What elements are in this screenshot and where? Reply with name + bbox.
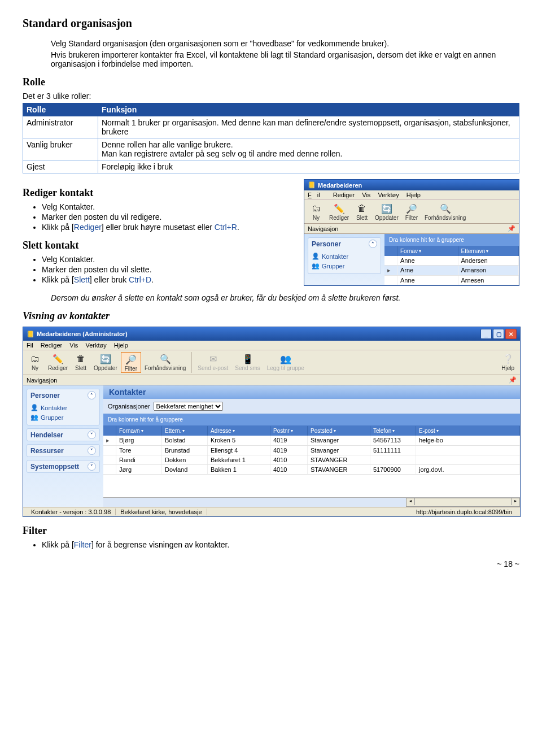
col-fornavn[interactable]: Fornavn bbox=[116, 426, 162, 436]
group-drop-area[interactable]: Dra kolonne hit for å gruppere bbox=[384, 234, 519, 246]
role-cell-rolle: Vanlig bruker bbox=[23, 138, 98, 160]
role-table-th-rolle: Rolle bbox=[23, 103, 98, 116]
menu-fil[interactable]: Fil bbox=[27, 342, 33, 349]
tool-filter[interactable]: Filter bbox=[402, 202, 421, 221]
funnel-icon bbox=[405, 202, 418, 215]
slett-note: Dersom du ønsker å slette en kontakt som… bbox=[51, 293, 519, 302]
role-table: Rolle Funksjon Administrator Normalt 1 b… bbox=[23, 103, 519, 173]
tool-forhandsvisning[interactable]: Forhåndsvisning bbox=[421, 202, 469, 221]
grid-row[interactable]: ▸BjørgBolstadKroken 54019Stavanger545671… bbox=[103, 436, 520, 446]
col-fornavn[interactable]: Fornav bbox=[397, 246, 458, 256]
sidebar-item-kontakter[interactable]: 👤Kontakter bbox=[311, 251, 378, 261]
chevron-down-icon: ˅ bbox=[88, 446, 96, 455]
titlebar[interactable]: 📒 Medarbeideren (Administrator) _ ▢ ✕ bbox=[23, 327, 520, 341]
grid-row[interactable]: ▸ArneArnarson bbox=[384, 266, 519, 276]
titlebar[interactable]: 📒 Medarbeideren bbox=[304, 180, 519, 190]
col-epost[interactable]: E-post bbox=[416, 426, 520, 436]
preview-icon bbox=[439, 202, 452, 215]
col-poststed[interactable]: Poststed bbox=[308, 426, 370, 436]
grid-row[interactable]: AnneAndersen bbox=[384, 256, 519, 266]
tool-ny[interactable]: Ny bbox=[25, 352, 45, 373]
tool-rediger[interactable]: Rediger bbox=[45, 352, 71, 373]
tool-legg-til-gruppe[interactable]: Legg til gruppe bbox=[264, 352, 308, 373]
role-table-row: Gjest Foreløpig ikke i bruk bbox=[23, 160, 519, 173]
status-org: Bekkefaret kirke, hovedetasje bbox=[116, 509, 207, 515]
pin-icon[interactable]: 📌 bbox=[509, 376, 517, 384]
menu-hjelp[interactable]: Hjelp bbox=[406, 192, 421, 198]
grid-row[interactable]: JørgDovlandBakken 14010STAVANGER51700900… bbox=[103, 465, 520, 475]
tool-send-epost[interactable]: Send e-post bbox=[194, 352, 231, 373]
app-icon: 📒 bbox=[308, 181, 316, 189]
grid-row[interactable]: ToreBrunstadEllensgt 44019Stavanger51111… bbox=[103, 446, 520, 455]
sidegroup-header[interactable]: Hendelser˅ bbox=[27, 429, 99, 441]
col-etternavn[interactable]: Ettern. bbox=[162, 426, 208, 436]
app-title: Medarbeideren (Administrator) bbox=[37, 331, 128, 337]
grid-row[interactable]: RandiDokkenBekkefaret 14010STAVANGER bbox=[103, 455, 520, 465]
tool-rediger[interactable]: Rediger bbox=[326, 202, 352, 221]
tool-hjelp[interactable]: Hjelp bbox=[498, 352, 518, 373]
tool-ny[interactable]: Ny bbox=[307, 202, 326, 221]
role-table-row: Vanlig bruker Denne rollen har alle vanl… bbox=[23, 138, 519, 160]
menu-hjelp[interactable]: Hjelp bbox=[114, 342, 128, 349]
minimize-button[interactable]: _ bbox=[480, 329, 492, 339]
menu-rediger[interactable]: Rediger bbox=[41, 342, 63, 349]
tool-oppdater[interactable]: Oppdater bbox=[90, 352, 121, 373]
mail-icon bbox=[207, 353, 219, 365]
sidegroup-personer: Personer˄ 👤Kontakter 👥Grupper bbox=[27, 389, 100, 425]
page-footer: ~ 18 ~ bbox=[23, 559, 519, 568]
rediger-step-2: Marker den posten du vil redigere. bbox=[42, 212, 295, 221]
status-version: Kontakter - versjon : 3.0.0.98 bbox=[27, 509, 116, 515]
menu-vis[interactable]: Vis bbox=[69, 342, 78, 349]
group-drop-area[interactable]: Dra kolonne hit for å gruppere bbox=[103, 414, 520, 426]
col-adresse[interactable]: Adresse bbox=[208, 426, 270, 436]
col-postnr[interactable]: Postnr bbox=[270, 426, 308, 436]
card-icon bbox=[29, 353, 41, 365]
menu-fil[interactable]: Fil bbox=[308, 192, 326, 198]
menu-verktoy[interactable]: Verktøy bbox=[85, 342, 106, 349]
heading-rediger-kontakt: Rediger kontakt bbox=[23, 187, 295, 199]
screenshot-small-app: 📒 Medarbeideren Fil Rediger Vis Verktøy … bbox=[304, 179, 519, 286]
tool-slett[interactable]: Slett bbox=[71, 352, 90, 373]
tool-slett[interactable]: Slett bbox=[352, 202, 371, 221]
app-title: Medarbeideren bbox=[318, 182, 362, 189]
sidegroup-header[interactable]: Personer˄ bbox=[27, 389, 99, 401]
chevron-down-icon: ˅ bbox=[88, 431, 96, 439]
sidebar-item-grupper[interactable]: 👥Grupper bbox=[311, 261, 378, 271]
main-grid-area: Kontakter Organisasjoner Bekkefaret meni… bbox=[103, 385, 520, 507]
role-cell-rolle: Gjest bbox=[23, 160, 98, 173]
menu-verktoy[interactable]: Verktøy bbox=[378, 192, 399, 198]
heading-filter: Filter bbox=[23, 525, 519, 537]
statusbar: Kontakter - versjon : 3.0.0.98 Bekkefare… bbox=[23, 507, 520, 516]
refresh-icon bbox=[381, 202, 393, 215]
contacts-icon: 👤 bbox=[312, 253, 320, 260]
sidegroup-header[interactable]: Ressurser˅ bbox=[27, 445, 99, 457]
sidebar-item-kontakter[interactable]: 👤Kontakter bbox=[29, 403, 97, 412]
org-select[interactable]: Bekkefaret menighet bbox=[154, 402, 223, 411]
tool-send-sms[interactable]: Send sms bbox=[231, 352, 263, 373]
pencil-icon bbox=[333, 202, 346, 215]
sidegroup-header[interactable]: Personer˄ bbox=[308, 238, 381, 250]
tool-forhandsvisning[interactable]: Forhåndsvisning bbox=[141, 352, 189, 373]
pin-icon[interactable]: 📌 bbox=[508, 225, 515, 232]
tool-oppdater[interactable]: Oppdater bbox=[371, 202, 402, 221]
heading-visning-kontakter: Visning av kontakter bbox=[23, 310, 519, 322]
col-etternavn[interactable]: Etternavn bbox=[458, 246, 519, 256]
grid-row[interactable]: AnneArnesen bbox=[384, 276, 519, 285]
sidebar-item-grupper[interactable]: 👥Grupper bbox=[29, 412, 97, 422]
heading-slett-kontakt: Slett kontakt bbox=[23, 240, 295, 251]
nav-panel-label: Navigasjon📌 bbox=[23, 375, 520, 385]
menu-rediger[interactable]: Rediger bbox=[333, 192, 355, 198]
tab-kontakter: Kontakter bbox=[103, 385, 520, 399]
sidegroup-header[interactable]: Systemoppsett˅ bbox=[27, 460, 99, 472]
maximize-button[interactable]: ▢ bbox=[493, 329, 504, 339]
close-button[interactable]: ✕ bbox=[505, 329, 517, 339]
col-telefon[interactable]: Telefon bbox=[370, 426, 416, 436]
toolbar: Ny Rediger Slett Oppdater Filter Forhånd… bbox=[304, 200, 519, 224]
chevron-up-icon: ˄ bbox=[369, 240, 377, 248]
menubar: Fil Rediger Vis Verktøy Hjelp bbox=[304, 190, 519, 200]
horizontal-scrollbar[interactable]: ◂ ▸ bbox=[406, 498, 520, 507]
tool-filter[interactable]: Filter bbox=[121, 352, 141, 373]
help-icon bbox=[502, 353, 514, 365]
menu-vis[interactable]: Vis bbox=[362, 192, 370, 198]
chevron-up-icon: ˄ bbox=[88, 391, 96, 399]
